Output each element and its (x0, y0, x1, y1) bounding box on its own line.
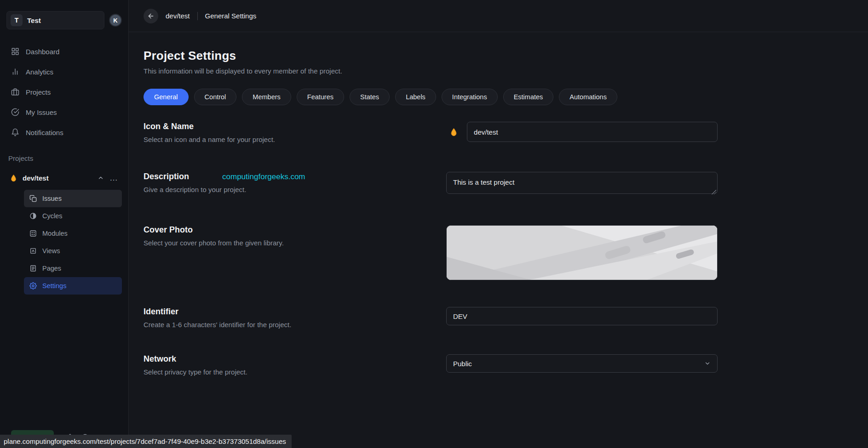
sidebar-item-modules[interactable]: Modules (24, 225, 122, 242)
project-name: dev/test (23, 174, 92, 182)
grid-icon (11, 47, 19, 56)
nav-label: Analytics (26, 68, 53, 76)
workspace-row: T Test K (6, 11, 122, 29)
nav-label: Dashboard (26, 48, 59, 56)
sidebar-item-projects[interactable]: Projects (6, 82, 122, 102)
breadcrumb-page: General Settings (205, 12, 257, 20)
tab-features[interactable]: Features (297, 89, 344, 105)
section-title: Description (144, 172, 189, 181)
workspace-avatar: T (11, 14, 23, 26)
settings-tabs: General Control Members Features States … (144, 89, 718, 105)
section-title: Icon & Name (144, 122, 428, 131)
nav-label: Notifications (26, 129, 63, 136)
sidebar-item-pages[interactable]: Pages (24, 260, 122, 277)
contrast-icon (29, 212, 37, 220)
browser-status-bar: plane.computingforgeeks.com/test/project… (0, 435, 292, 448)
project-droplet-icon (10, 174, 17, 182)
section-desc: Select privacy type for the project. (144, 368, 428, 376)
arrow-left-icon (147, 12, 155, 20)
section-desc: Create a 1-6 characters' identifier for … (144, 321, 428, 329)
sidebar-nav: Dashboard Analytics Projects My Issues N… (6, 41, 122, 142)
nav-label: My Issues (26, 108, 57, 116)
sub-nav-label: Settings (42, 282, 66, 289)
section-network: Network Select privacy type for the proj… (144, 354, 718, 376)
main-area: dev/test General Settings Project Settin… (129, 0, 868, 448)
back-button[interactable] (144, 9, 158, 23)
section-cover-photo: Cover Photo Select your cover photo from… (144, 225, 718, 280)
project-menu-ellipsis-icon[interactable]: … (109, 176, 118, 180)
sub-nav-label: Modules (42, 230, 68, 237)
sidebar-item-views[interactable]: Views (24, 242, 122, 260)
sidebar-item-issues[interactable]: Issues (24, 190, 122, 207)
tab-automations[interactable]: Automations (559, 89, 617, 105)
sidebar: T Test K Dashboard Analytics Projects (0, 0, 129, 448)
sidebar-item-dashboard[interactable]: Dashboard (6, 41, 122, 62)
section-desc: Select an icon and a name for your proje… (144, 136, 428, 143)
network-selected-value: Public (453, 360, 472, 368)
tab-control[interactable]: Control (194, 89, 237, 105)
project-row-dev-test[interactable]: dev/test … (6, 169, 122, 187)
projects-section-header: Projects (6, 154, 122, 162)
sub-nav-label: Pages (42, 265, 61, 272)
project-emoji-button[interactable] (446, 124, 461, 140)
project-droplet-icon (450, 128, 458, 136)
description-textarea[interactable]: This is a test project (446, 172, 718, 194)
tab-states[interactable]: States (350, 89, 390, 105)
user-avatar[interactable]: K (109, 14, 122, 27)
check-circle-icon (11, 108, 19, 116)
sidebar-item-analytics[interactable]: Analytics (6, 62, 122, 82)
sidebar-item-settings[interactable]: Settings (24, 277, 122, 295)
sidebar-item-my-issues[interactable]: My Issues (6, 102, 122, 122)
topbar: dev/test General Settings (129, 0, 868, 32)
tab-members[interactable]: Members (242, 89, 291, 105)
settings-content: Project Settings This information will b… (129, 32, 868, 448)
breadcrumb-project[interactable]: dev/test (166, 12, 190, 20)
page-title: Project Settings (144, 49, 718, 63)
identifier-input[interactable] (446, 307, 718, 325)
section-title: Cover Photo (144, 225, 428, 235)
issues-icon (29, 195, 37, 202)
chevron-down-icon (704, 360, 711, 367)
sidebar-item-cycles[interactable]: Cycles (24, 207, 122, 225)
section-desc: Give a description to your project. (144, 186, 428, 193)
project-name-input[interactable] (467, 122, 718, 142)
collapse-chevron-up-icon[interactable] (98, 175, 104, 181)
briefcase-icon (11, 88, 19, 96)
bell-icon (11, 128, 19, 136)
gear-icon (29, 282, 37, 289)
nav-label: Projects (26, 88, 51, 96)
watermark-text: computingforgeeks.com (222, 172, 305, 181)
tab-integrations[interactable]: Integrations (442, 89, 498, 105)
document-icon (29, 265, 37, 272)
modules-icon (29, 230, 37, 237)
sub-nav-label: Views (42, 247, 60, 255)
sub-nav-label: Issues (42, 195, 62, 202)
section-title: Identifier (144, 307, 428, 317)
section-identifier: Identifier Create a 1-6 characters' iden… (144, 307, 718, 329)
section-desc: Select your cover photo from the given l… (144, 239, 428, 247)
tab-labels[interactable]: Labels (395, 89, 436, 105)
project-sub-nav: Issues Cycles Modules Views Pages (24, 190, 122, 295)
network-select[interactable]: Public (446, 354, 718, 373)
workspace-switcher[interactable]: T Test (6, 11, 104, 29)
workspace-name: Test (27, 17, 41, 24)
section-description: Description computingforgeeks.com Give a… (144, 172, 718, 196)
breadcrumb-divider (197, 12, 198, 20)
layers-icon (29, 247, 37, 255)
section-icon-name: Icon & Name Select an icon and a name fo… (144, 122, 718, 143)
cover-photo-image[interactable] (446, 225, 718, 280)
tab-general[interactable]: General (144, 89, 189, 105)
page-subtitle: This information will be displayed to ev… (144, 67, 718, 75)
tab-estimates[interactable]: Estimates (503, 89, 554, 105)
bar-chart-icon (11, 68, 19, 76)
sidebar-item-notifications[interactable]: Notifications (6, 122, 122, 142)
sub-nav-label: Cycles (42, 212, 63, 220)
section-title: Network (144, 354, 428, 364)
